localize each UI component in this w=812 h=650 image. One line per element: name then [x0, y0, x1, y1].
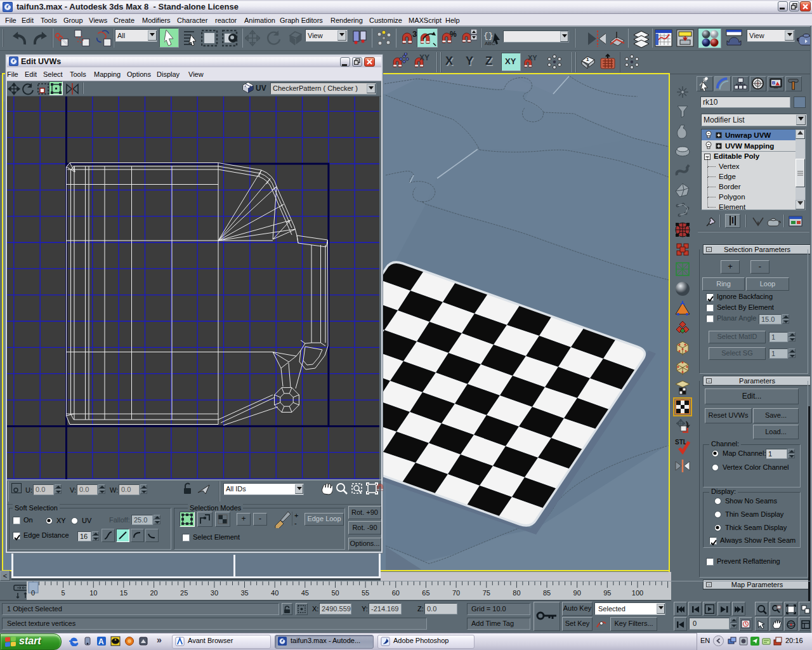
- svg-text:A: A: [98, 637, 104, 646]
- svg-text:85: 85: [543, 589, 551, 597]
- svg-text:STL: STL: [675, 439, 687, 446]
- svg-text:10: 10: [89, 589, 97, 597]
- svg-text:70: 70: [452, 589, 460, 597]
- svg-text:5: 5: [62, 589, 65, 597]
- svg-text:45: 45: [301, 589, 309, 597]
- svg-text:{}: {}: [483, 31, 494, 41]
- svg-text:15: 15: [120, 589, 128, 597]
- svg-text:40: 40: [271, 589, 278, 597]
- svg-text:100: 100: [632, 589, 643, 597]
- svg-text:75: 75: [483, 589, 490, 597]
- svg-text:55: 55: [362, 589, 369, 597]
- svg-text:95: 95: [603, 589, 611, 597]
- svg-text:1: 1: [586, 56, 589, 62]
- svg-text:XY: XY: [528, 54, 537, 62]
- svg-text:XY: XY: [419, 53, 429, 62]
- svg-text:35: 35: [240, 589, 248, 597]
- svg-text:30: 30: [211, 589, 218, 597]
- svg-text:B: B: [772, 80, 776, 86]
- svg-text:%: %: [450, 30, 457, 39]
- svg-text:80: 80: [513, 589, 520, 597]
- svg-text:50: 50: [331, 589, 339, 597]
- svg-text:25: 25: [180, 589, 188, 597]
- svg-text:65: 65: [422, 589, 429, 597]
- svg-text:60: 60: [392, 589, 400, 597]
- svg-text:90: 90: [573, 589, 581, 597]
- svg-text:0: 0: [31, 589, 35, 597]
- svg-text:20: 20: [150, 589, 157, 597]
